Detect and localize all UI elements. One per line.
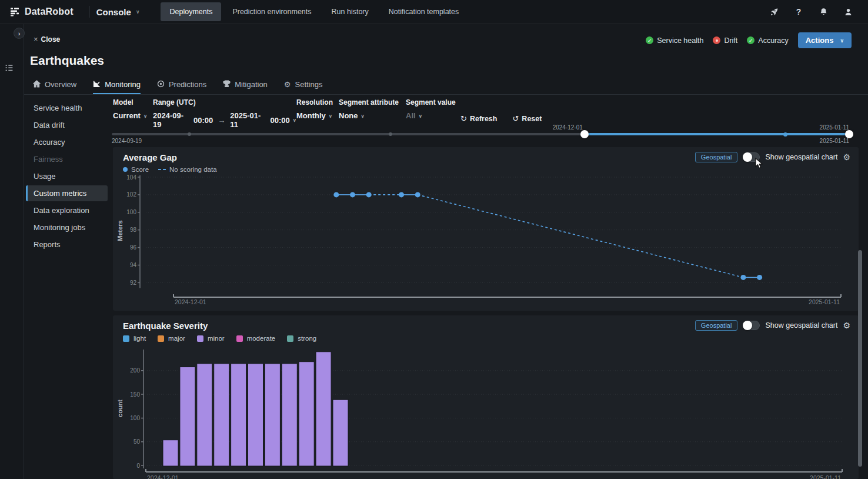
geospatial-toggle[interactable] <box>743 321 760 330</box>
close-button[interactable]: × Close <box>34 35 60 44</box>
close-label: Close <box>41 35 61 44</box>
tab-label: Predictions <box>169 80 206 89</box>
nav-item-notification-templates[interactable]: Notification templates <box>380 2 468 21</box>
monitoring-sidebar: Service healthData driftAccuracyFairness… <box>24 99 112 254</box>
alert-circle-icon <box>713 36 720 44</box>
legend-label: light <box>133 335 146 342</box>
filter-bar: Model Current ∨ Range (UTC) 2024-09-19 0… <box>113 98 542 129</box>
toggle-knob <box>743 152 752 162</box>
main-content: Model Current ∨ Range (UTC) 2024-09-19 0… <box>113 95 859 479</box>
check-circle-icon: ✓ <box>747 36 755 44</box>
chart-line-icon <box>93 80 101 89</box>
top-nav-menu: DeploymentsPrediction environmentsRun hi… <box>159 0 469 24</box>
sidebar-item-monitoring-jobs[interactable]: Monitoring jobs <box>26 219 108 235</box>
resolution-select[interactable]: Monthly ∨ <box>296 111 339 120</box>
status-badge-accuracy[interactable]: ✓Accuracy <box>747 36 788 45</box>
geospatial-toggle[interactable] <box>743 152 760 162</box>
average-gap-panel: Average Gap Geospatial Show geospatial c… <box>113 147 859 311</box>
tab-settings[interactable]: ⚙Settings <box>284 80 323 94</box>
tab-label: Settings <box>295 80 323 89</box>
legend-swatch <box>287 335 293 342</box>
geospatial-badge[interactable]: Geospatial <box>695 152 738 162</box>
refresh-button[interactable]: ↻ Refresh <box>460 114 497 123</box>
reset-button[interactable]: ↺ Reset <box>512 114 542 123</box>
svg-text:0: 0 <box>136 463 140 469</box>
segment-attribute-select[interactable]: None ∨ <box>339 111 406 120</box>
status-badge-drift[interactable]: Drift <box>713 36 737 45</box>
slider-min-label: 2024-09-19 <box>112 138 142 144</box>
user-icon[interactable] <box>843 7 853 16</box>
range-start-time: 00:00 <box>193 116 213 125</box>
arrow-right-icon: → <box>218 116 225 125</box>
chevron-down-icon: ∨ <box>361 113 365 119</box>
rocket-icon[interactable] <box>769 7 779 16</box>
score-legend-dot <box>123 167 128 172</box>
range-label: Range (UTC) <box>153 98 296 107</box>
sidebar-item-data-drift[interactable]: Data drift <box>26 117 108 133</box>
geospatial-toggle-label: Show geospatial chart <box>765 321 837 330</box>
status-badge-service-health[interactable]: ✓Service health <box>646 36 703 45</box>
date-range-select[interactable]: 2024-09-19 00:00 → 2025-01-11 00:00 ∨ <box>153 111 296 129</box>
chevron-down-icon: ∨ <box>136 9 140 15</box>
legend-item-minor[interactable]: minor <box>197 335 225 342</box>
nav-item-prediction-environments[interactable]: Prediction environments <box>223 2 320 21</box>
help-icon[interactable]: ? <box>794 7 803 16</box>
svg-text:2024-12-01: 2024-12-01 <box>147 474 179 479</box>
sidebar-item-reports[interactable]: Reports <box>26 237 108 252</box>
nav-item-deployments[interactable]: Deployments <box>161 2 221 21</box>
legend-item-major[interactable]: major <box>158 335 185 342</box>
slider-start-handle[interactable] <box>580 130 589 138</box>
tab-overview[interactable]: Overview <box>33 80 76 94</box>
actions-button[interactable]: Actions ∨ <box>798 32 852 48</box>
tab-monitoring[interactable]: Monitoring <box>93 80 141 94</box>
sidebar-item-accuracy[interactable]: Accuracy <box>26 134 108 150</box>
slider-end-handle[interactable] <box>845 130 853 138</box>
legend-item-light[interactable]: light <box>123 335 146 342</box>
legend-swatch <box>158 335 164 342</box>
gear-icon[interactable]: ⚙ <box>843 152 850 162</box>
legend-item-moderate[interactable]: moderate <box>236 335 276 342</box>
reset-label: Reset <box>522 115 542 123</box>
legend-swatch <box>236 335 243 342</box>
tab-predictions[interactable]: Predictions <box>157 80 206 94</box>
nav-item-run-history[interactable]: Run history <box>323 2 378 21</box>
console-switcher[interactable]: Console ∨ <box>96 7 140 17</box>
deployment-list-icon[interactable] <box>5 64 14 74</box>
notifications-icon[interactable] <box>819 7 828 16</box>
legend-item-strong[interactable]: strong <box>287 335 316 342</box>
sidebar-item-usage[interactable]: Usage <box>26 168 108 184</box>
segment-value-label: Segment value <box>406 98 460 107</box>
geospatial-badge[interactable]: Geospatial <box>695 320 738 331</box>
page-title: Earthquakes <box>30 54 104 68</box>
chart-legend: Score No scoring data <box>123 166 217 173</box>
chart-title: Earthquake Severity <box>123 321 208 331</box>
tab-label: Mitigation <box>235 80 268 89</box>
home-icon <box>33 80 41 89</box>
collapsed-left-rail <box>0 24 24 479</box>
segment-value-select[interactable]: All ∨ <box>406 111 460 120</box>
brand-name: DataRobot <box>25 6 74 17</box>
nav-divider <box>89 6 89 18</box>
model-select[interactable]: Current ∨ <box>113 111 153 120</box>
top-nav: DataRobot Console ∨ DeploymentsPredictio… <box>0 0 868 24</box>
sidebar-item-data-exploration[interactable]: Data exploration <box>26 202 108 218</box>
range-end-date: 2025-01-11 <box>230 111 266 129</box>
no-scoring-data-legend-label: No scoring data <box>169 166 217 173</box>
sidebar-item-custom-metrics[interactable]: Custom metrics <box>26 185 108 201</box>
tab-mitigation[interactable]: Mitigation <box>223 80 268 94</box>
average-gap-line-chart: 104102100989694922024-12-012025-01-11Met… <box>113 147 859 311</box>
gear-icon[interactable]: ⚙ <box>843 321 850 330</box>
svg-text:104: 104 <box>126 174 136 181</box>
expand-panel-button[interactable]: › <box>14 28 25 39</box>
brand[interactable]: DataRobot <box>0 6 82 17</box>
status-badges: ✓Service healthDrift✓Accuracy <box>646 36 789 45</box>
score-legend-label: Score <box>131 166 149 173</box>
chart-title: Average Gap <box>123 152 177 162</box>
time-range-slider[interactable]: 2024-09-19 2024-12-01 2025-01-11 2025-01… <box>112 133 849 135</box>
geospatial-toggle-label: Show geospatial chart <box>765 153 837 161</box>
sidebar-item-service-health[interactable]: Service health <box>26 100 108 116</box>
slider-tick <box>188 132 191 136</box>
svg-text:50: 50 <box>133 438 141 445</box>
svg-text:200: 200 <box>130 367 140 374</box>
vertical-scrollbar[interactable] <box>858 250 862 467</box>
